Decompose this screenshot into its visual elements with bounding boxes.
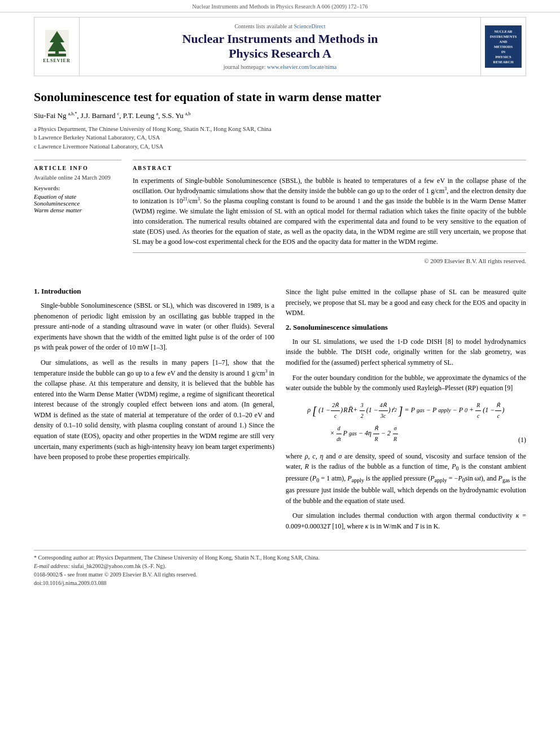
keyword-2: Sonoluminescence [34,200,121,207]
two-column-body: 1. Introduction Single-bubble Sonolumine… [0,281,560,548]
section2-title: 2. Sonoluminescence simulations [286,323,526,332]
sciencedirect-line: Contents lists available at ScienceDirec… [88,23,472,29]
affiliation-a: a Physics Department, The Chinese Univer… [34,125,526,134]
affiliation-c: c Lawrence Livermore National Laboratory… [34,142,526,151]
abstract-title: ABSTRACT [133,165,526,171]
section1-number: 1. [34,287,41,295]
journal-cover-image: NUCLEARINSTRUMENTSANDMETHODSINPHYSICSRES… [485,25,522,68]
journal-header-center: Contents lists available at ScienceDirec… [80,18,480,76]
left-column: 1. Introduction Single-bubble Sonolumine… [34,287,274,536]
journal-homepage: journal homepage: www.elsevier.com/locat… [88,64,472,70]
section2-para2: For the outer boundary condition for the… [286,373,526,394]
journal-cover-section: NUCLEARINSTRUMENTSANDMETHODSINPHYSICSRES… [480,18,526,76]
section1-heading: Introduction [41,287,81,295]
section2-intro: Since the light pulse emitted in the col… [286,287,526,318]
affiliation-b: b Lawrence Berkeley National Laboratory,… [34,133,526,142]
journal-header: ELSEVIER Contents lists available at Sci… [34,17,526,76]
homepage-url[interactable]: www.elsevier.com/locate/nima [267,64,336,70]
sciencedirect-name[interactable]: ScienceDirect [294,23,325,29]
available-online: Available online 24 March 2009 [34,174,121,181]
footnote-doi: doi:10.1016/j.nima.2009.03.088 [34,579,526,587]
footnote-issn: 0168-9002/$ - see front matter © 2009 El… [34,570,526,579]
article-info-title: ARTICLE INFO [34,165,121,171]
elsevier-tree-icon [45,30,69,57]
copyright-notice: © 2009 Elsevier B.V. All rights reserved… [133,252,526,264]
authors-text: Siu-Fai Ng a,b,*, J.J. Barnard c, P.T. L… [34,111,191,120]
section2-where-text: where ρ, c, η and σ are density, speed o… [286,451,526,506]
article-content: Sonoluminescence test for equation of st… [0,81,560,281]
right-column: Since the light pulse emitted in the col… [286,287,526,536]
equation-number: (1) [518,436,526,444]
article-title: Sonoluminescence test for equation of st… [34,89,526,106]
keyword-3: Warm dense matter [34,207,121,213]
footnote-section: * Corresponding author at: Physics Depar… [34,550,526,587]
keywords-label: Keywords: [34,185,121,191]
section2-heading: Sonoluminescence simulations [293,323,388,331]
rp-equation: ρ [ (1 − 2Ṙ c ) RR̈ + [286,400,526,444]
authors-line: Siu-Fai Ng a,b,*, J.J. Barnard c, P.T. L… [34,111,526,120]
citation-text: Nuclear Instruments and Methods in Physi… [192,3,368,10]
abstract-section: ABSTRACT In experiments of Single-bubble… [133,160,526,264]
section2-para1: In our SL simulations, we used the 1-D c… [286,337,526,368]
elsevier-label: ELSEVIER [43,58,70,63]
footnote-email: E-mail address: siufai_hk2002@yahoo.com.… [34,562,526,570]
journal-title: Nuclear Instruments and Methods in Physi… [88,32,472,62]
footnote-corresponding: * Corresponding author at: Physics Depar… [34,553,526,562]
contents-label: Contents lists available at [234,23,292,29]
elsevier-logo-section: ELSEVIER [34,18,80,76]
section2-thermal: Our simulation includes thermal conducti… [286,510,526,531]
svg-rect-3 [48,54,66,56]
section1-para1: Single-bubble Sonoluminescence (SBSL or … [34,300,274,353]
section2-number: 2. [286,323,293,331]
affiliations: a Physics Department, The Chinese Univer… [34,125,526,151]
section1-title: 1. Introduction [34,287,274,296]
abstract-text: In experiments of Single-bubble Sonolumi… [133,176,526,247]
page-citation-bar: Nuclear Instruments and Methods in Physi… [0,0,560,12]
elsevier-logo: ELSEVIER [43,30,70,63]
article-body: ARTICLE INFO Available online 24 March 2… [34,160,526,264]
article-info-panel: ARTICLE INFO Available online 24 March 2… [34,160,121,264]
keyword-1: Equation of state [34,193,121,200]
section1-para2: Our simulations, as well as the results … [34,357,274,462]
